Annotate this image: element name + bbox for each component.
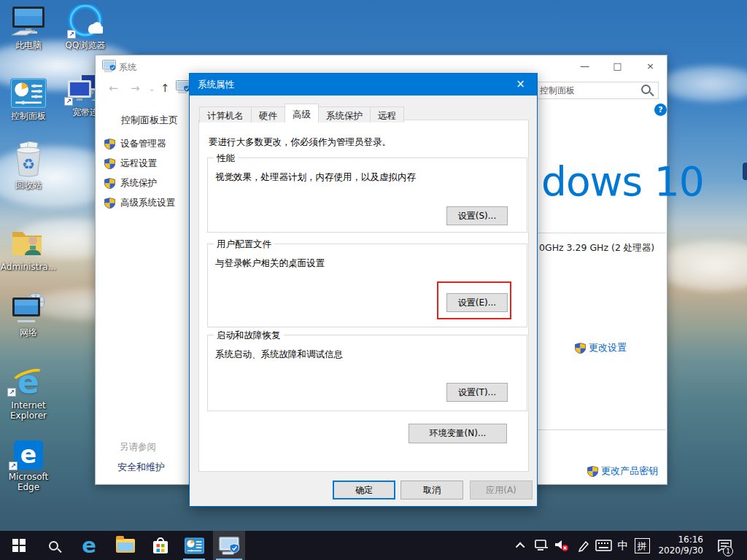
dialog-titlebar[interactable]: 系统属性 × — [190, 74, 537, 96]
recycle-bin-icon: ♻ — [0, 144, 57, 178]
sidebar-item-system-protection[interactable]: 系统保护 — [104, 177, 157, 190]
desktop-icon-network[interactable]: 网络 — [0, 292, 57, 338]
performance-description: 视觉效果，处理器计划，内存使用，以及虚拟内存 — [215, 171, 416, 184]
apply-button[interactable]: 应用(A) — [470, 481, 533, 499]
sidebar-item-control-panel-home[interactable]: 控制面板主页 — [121, 114, 178, 127]
uac-shield-icon — [104, 178, 115, 189]
environment-variables-button[interactable]: 环境变量(N)... — [409, 424, 507, 443]
taskbar-file-explorer-button[interactable] — [111, 531, 140, 560]
window-close-button[interactable]: × — [634, 55, 667, 77]
keyboard-icon — [595, 540, 612, 551]
tray-ime-mode[interactable]: 中 — [614, 531, 632, 560]
divider — [536, 429, 666, 430]
dialog-title: 系统属性 — [198, 79, 234, 91]
performance-group-title: 性能 — [214, 152, 238, 165]
see-also-heading: 另请参阅 — [120, 441, 156, 454]
desktop-icon-qq-browser[interactable]: ↗ QQ浏览器 — [57, 4, 114, 50]
user-folder-icon — [0, 226, 57, 260]
change-product-key-link[interactable]: 更改产品密钥 — [587, 464, 658, 478]
sidebar-item-device-manager[interactable]: 设备管理器 — [104, 138, 166, 150]
microsoft-store-icon — [152, 536, 169, 555]
shortcut-arrow-badge: ↗ — [64, 97, 73, 106]
microsoft-edge-icon: e ↗ — [0, 436, 57, 470]
sidebar-item-remote-settings[interactable]: 远程设置 — [104, 158, 157, 170]
taskbar-store-button[interactable] — [146, 531, 175, 560]
clock-time: 16:16 — [652, 534, 703, 545]
tab-computer-name[interactable]: 计算机名 — [199, 106, 252, 122]
desktop-icon-microsoft-edge[interactable]: e ↗ Microsoft Edge — [0, 436, 57, 492]
desktop-icon-internet-explorer[interactable]: e ↗ Internet Explorer — [0, 360, 57, 421]
clock-date: 2020/9/30 — [652, 545, 703, 556]
search-icon — [49, 541, 58, 551]
performance-group: 性能 视觉效果，处理器计划，内存使用，以及虚拟内存 设置(S)... — [207, 158, 527, 233]
internet-explorer-icon: e ↗ — [0, 360, 57, 398]
tray-network-icon[interactable] — [532, 531, 551, 560]
change-settings-link[interactable]: 更改设置 — [575, 341, 627, 354]
tab-system-protection[interactable]: 系统保护 — [318, 106, 371, 122]
taskbar-search-button[interactable] — [41, 531, 66, 560]
history-dropdown-icon[interactable]: ⌄ — [149, 85, 155, 93]
tray-clock[interactable]: 16:16 2020/9/30 — [652, 534, 703, 556]
desktop-icon-control-panel[interactable]: 控制面板 — [0, 75, 57, 121]
taskbar-control-panel-button[interactable] — [179, 531, 209, 560]
startup-recovery-group-title: 启动和故障恢复 — [214, 330, 284, 342]
cpu-info-text: 0GHz 3.29 GHz (2 处理器) — [539, 242, 654, 254]
startup-recovery-description: 系统启动、系统故障和调试信息 — [215, 349, 343, 361]
desktop-icon-administrator-folder[interactable]: Administra... — [0, 226, 57, 272]
desktop-icon-this-pc[interactable]: 此电脑 — [0, 4, 57, 50]
back-icon[interactable]: ← — [109, 82, 118, 95]
tab-hardware[interactable]: 硬件 — [251, 106, 285, 122]
startup-recovery-group: 启动和故障恢复 系统启动、系统故障和调试信息 设置(T)... — [207, 335, 527, 411]
uac-shield-icon — [587, 466, 598, 477]
start-button[interactable] — [6, 531, 32, 560]
uac-shield-icon — [104, 139, 115, 149]
shortcut-arrow-badge: ↗ — [9, 462, 18, 470]
desktop-icon-label: QQ浏览器 — [57, 40, 114, 50]
sidebar-item-advanced-system-settings[interactable]: 高级系统设置 — [104, 197, 175, 209]
uac-shield-icon — [104, 198, 115, 209]
minimize-button[interactable]: — — [568, 55, 601, 77]
desktop-icon-label: 此电脑 — [0, 40, 57, 50]
user-profiles-group-title: 用户配置文件 — [214, 238, 274, 251]
cloud — [657, 241, 747, 292]
window-title: 系统 — [119, 61, 136, 74]
desktop-icon-label: 控制面板 — [0, 111, 57, 121]
user-profiles-description: 与登录帐户相关的桌面设置 — [215, 257, 325, 270]
pen-icon — [577, 540, 589, 552]
tab-advanced[interactable]: 高级 — [285, 104, 319, 122]
startup-settings-button[interactable]: 设置(T)... — [446, 383, 508, 402]
tab-remote[interactable]: 远程 — [370, 106, 404, 122]
shortcut-arrow-badge: ↗ — [67, 30, 76, 39]
cancel-button[interactable]: 取消 — [400, 481, 463, 499]
windows10-brand-text: dows 10 — [541, 158, 704, 205]
tray-show-hidden-icons[interactable] — [512, 531, 530, 560]
maximize-button[interactable]: □ — [601, 55, 634, 77]
taskbar-system-button-active[interactable] — [213, 531, 245, 560]
edge-icon: e — [82, 533, 96, 558]
forward-icon[interactable]: → — [131, 82, 140, 95]
tray-volume-muted-icon[interactable] — [552, 531, 571, 560]
tray-pen-icon[interactable] — [573, 531, 592, 560]
desktop-icon-label: Internet Explorer — [0, 400, 57, 421]
dialog-close-button[interactable]: × — [504, 74, 537, 96]
help-icon[interactable]: ? — [654, 104, 667, 116]
red-highlight-box — [437, 281, 511, 319]
address-bar-icon — [176, 80, 190, 93]
taskbar-edge-button[interactable]: e — [74, 531, 104, 560]
desktop-icon-recycle-bin[interactable]: ♻ 回收站 — [0, 144, 57, 190]
tray-action-center[interactable]: 1 — [711, 531, 738, 560]
pinyin-badge: 拼 — [635, 538, 650, 553]
ok-button[interactable]: 确定 — [333, 481, 395, 499]
qq-browser-icon: ↗ — [57, 4, 114, 38]
divider — [536, 233, 666, 233]
up-icon[interactable]: ↑ — [160, 82, 170, 95]
network-icon — [0, 292, 57, 325]
desktop-icon-label: 回收站 — [0, 180, 57, 190]
system-window-icon — [219, 537, 239, 555]
tray-touch-keyboard-icon[interactable] — [592, 531, 614, 560]
performance-settings-button[interactable]: 设置(S)... — [446, 206, 508, 225]
search-icon[interactable] — [641, 85, 651, 94]
tray-ime-pinyin[interactable]: 拼 — [632, 531, 652, 560]
speaker-muted-icon — [554, 539, 569, 552]
sidebar-item-security-maintenance[interactable]: 安全和维护 — [117, 461, 165, 474]
